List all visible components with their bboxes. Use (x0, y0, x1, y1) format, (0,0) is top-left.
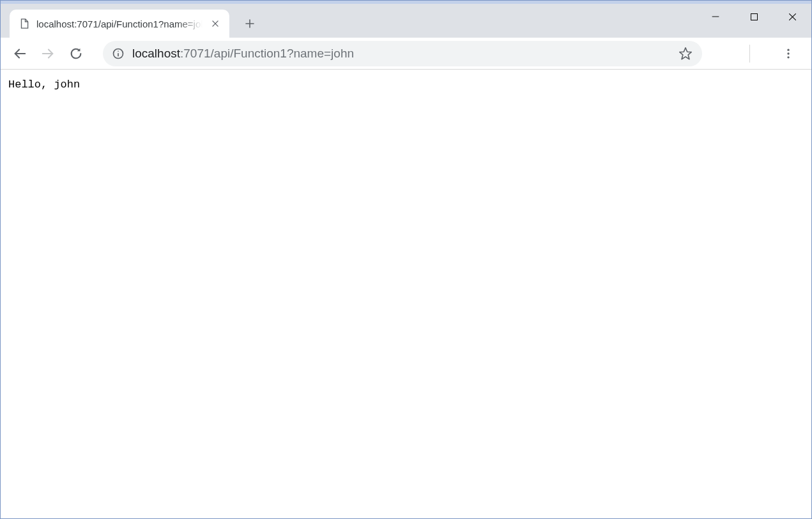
back-button[interactable] (7, 41, 33, 66)
address-bar[interactable]: localhost:7071/api/Function1?name=john (103, 41, 702, 66)
url-display: localhost:7071/api/Function1?name=john (132, 47, 670, 61)
svg-marker-13 (680, 47, 691, 59)
minimize-button[interactable] (696, 4, 735, 29)
page-body-text: Hello, john (8, 79, 804, 91)
svg-rect-5 (751, 13, 757, 20)
page-icon (19, 18, 30, 29)
svg-point-14 (787, 49, 789, 50)
close-tab-button[interactable] (209, 17, 222, 30)
window-controls (696, 4, 811, 29)
close-window-button[interactable] (773, 4, 811, 29)
maximize-button[interactable] (735, 4, 773, 29)
bookmark-button[interactable] (678, 46, 693, 61)
tab-title: localhost:7071/api/Function1?name=john (36, 19, 203, 29)
content-area: Hello, john (1, 70, 811, 518)
svg-point-12 (118, 50, 119, 52)
svg-point-15 (787, 52, 789, 54)
reload-button[interactable] (63, 41, 89, 66)
menu-button[interactable] (776, 41, 801, 66)
toolbar-divider (749, 45, 750, 63)
forward-button (35, 41, 61, 66)
browser-tab[interactable]: localhost:7071/api/Function1?name=john (10, 10, 229, 38)
browser-window: localhost:7071/api/Function1?name=john (1, 1, 811, 518)
tab-bar: localhost:7071/api/Function1?name=john (1, 1, 811, 38)
url-path: :7071/api/Function1?name=john (180, 47, 354, 60)
svg-point-16 (787, 56, 789, 58)
url-host: localhost (132, 47, 180, 60)
site-info-icon[interactable] (112, 47, 125, 60)
new-tab-button[interactable] (238, 12, 261, 35)
toolbar: localhost:7071/api/Function1?name=john (1, 38, 811, 70)
